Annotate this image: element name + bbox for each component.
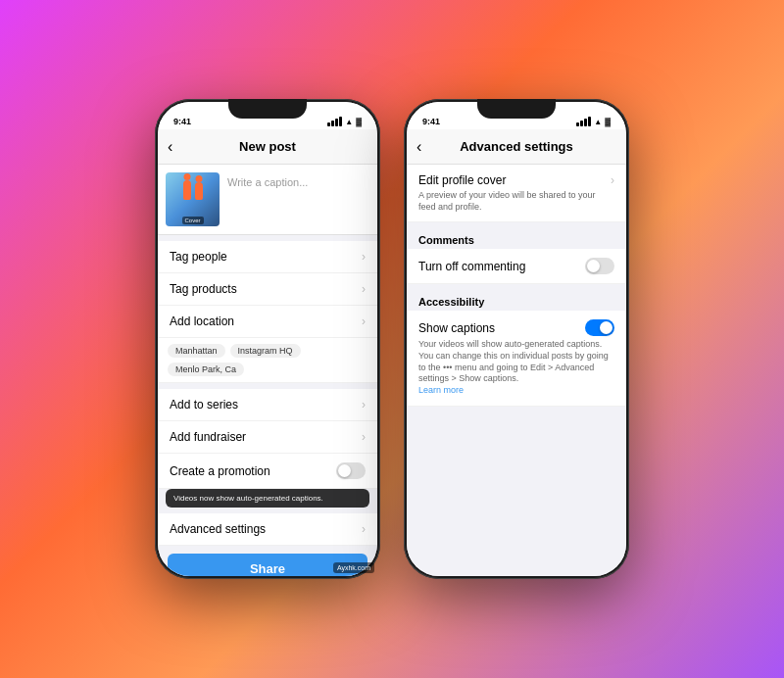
nav-title-right: Advanced settings: [460, 139, 573, 154]
turn-off-commenting-item[interactable]: Turn off commenting: [407, 249, 626, 284]
notch-right: [477, 99, 556, 119]
profile-cover-subtitle: A preview of your video will be shared t…: [418, 190, 614, 213]
edit-profile-cover-item[interactable]: Edit profile cover › A preview of your v…: [407, 165, 626, 222]
edit-profile-cover-label: Edit profile cover: [418, 173, 506, 187]
chevron-add-location: ›: [362, 315, 366, 328]
profile-cover-section: Edit profile cover › A preview of your v…: [407, 165, 626, 222]
show-captions-subtitle: Your videos will show auto-generated cap…: [418, 339, 614, 396]
chevron-profile-cover: ›: [611, 173, 614, 187]
captions-toggle[interactable]: [585, 319, 614, 336]
nav-bar-right: ‹ Advanced settings: [407, 129, 626, 165]
chevron-tag-products: ›: [362, 282, 366, 296]
accessibility-menu: Show captions Your videos will show auto…: [407, 311, 626, 406]
location-tag-3[interactable]: Menlo Park, Ca: [168, 363, 244, 376]
time-right: 9:41: [422, 117, 440, 126]
back-button-right[interactable]: ‹: [416, 138, 421, 156]
status-icons-right: ▲ ▓: [576, 117, 611, 126]
location-tag-1[interactable]: Manhattan: [168, 344, 225, 358]
nav-bar-left: ‹ New post: [158, 129, 377, 165]
caption-tooltip: Videos now show auto-generated captions.: [166, 489, 369, 508]
caption-area: Cover Write a caption...: [158, 165, 377, 235]
tag-people-label: Tag people: [170, 250, 227, 264]
tag-products-label: Tag products: [170, 282, 237, 296]
cover-label: Cover: [181, 217, 203, 224]
chevron-advanced-settings: ›: [362, 522, 366, 536]
commenting-toggle[interactable]: [585, 258, 614, 274]
create-promotion-label: Create a promotion: [170, 464, 270, 478]
wifi-icon: ▲: [345, 118, 353, 126]
menu-section-2: Add to series › Add fundraiser › Create …: [158, 389, 377, 489]
nav-title-left: New post: [239, 139, 296, 154]
tooltip-text: Videos now show auto-generated captions.: [173, 494, 323, 503]
advanced-settings-item[interactable]: Advanced settings ›: [158, 513, 377, 546]
signal-icon: [327, 117, 342, 126]
comments-menu: Turn off commenting: [407, 249, 626, 284]
learn-more-link[interactable]: Learn more: [418, 385, 464, 395]
signal-icon-right: [576, 117, 591, 126]
menu-section-1: Tag people › Tag products › Add location…: [158, 241, 377, 383]
watermark: Ayxhk.com: [333, 562, 374, 573]
add-location-label: Add location: [170, 315, 234, 328]
comments-section: Comments Turn off commenting: [407, 228, 626, 284]
promotion-toggle[interactable]: [336, 462, 366, 479]
tag-products-item[interactable]: Tag products ›: [158, 273, 377, 306]
add-fundraiser-label: Add fundraiser: [170, 430, 246, 444]
person-1: [183, 180, 191, 200]
phone-right: 9:41 ▲ ▓ ‹ Advanced settings: [404, 99, 629, 579]
accessibility-section: Accessibility Show captions Your videos …: [407, 290, 626, 406]
add-fundraiser-item[interactable]: Add fundraiser ›: [158, 421, 377, 454]
chevron-add-to-series: ›: [362, 398, 366, 412]
post-thumbnail: Cover: [166, 172, 220, 226]
show-captions-label: Show captions: [418, 321, 495, 335]
wifi-icon-right: ▲: [594, 118, 602, 126]
chevron-tag-people: ›: [362, 250, 366, 264]
add-location-item[interactable]: Add location ›: [158, 306, 377, 338]
status-icons-left: ▲ ▓: [327, 117, 362, 126]
battery-icon-right: ▓: [605, 118, 611, 126]
time-left: 9:41: [173, 117, 191, 126]
advanced-settings-label: Advanced settings: [170, 522, 266, 536]
add-to-series-label: Add to series: [170, 398, 238, 412]
turn-off-commenting-label: Turn off commenting: [418, 260, 525, 273]
caption-input[interactable]: Write a caption...: [227, 172, 369, 226]
create-promotion-item[interactable]: Create a promotion: [158, 454, 377, 489]
comments-header: Comments: [407, 228, 626, 249]
menu-section-3: Advanced settings ›: [158, 513, 377, 546]
battery-icon: ▓: [356, 118, 362, 126]
back-button-left[interactable]: ‹: [168, 138, 172, 156]
location-tag-2[interactable]: Instagram HQ: [230, 344, 301, 358]
phone-left: 9:41 ▲ ▓ ‹ New post: [155, 99, 380, 579]
tag-people-item[interactable]: Tag people ›: [158, 241, 377, 273]
new-post-screen: Cover Write a caption... Tag people › Ta…: [158, 165, 377, 576]
chevron-add-fundraiser: ›: [362, 430, 366, 444]
add-to-series-item[interactable]: Add to series ›: [158, 389, 377, 421]
notch-left: [228, 99, 307, 119]
show-captions-item[interactable]: Show captions Your videos will show auto…: [407, 311, 626, 406]
accessibility-header: Accessibility: [407, 290, 626, 311]
location-tags: Manhattan Instagram HQ Menlo Park, Ca: [158, 338, 377, 383]
advanced-settings-screen: Edit profile cover › A preview of your v…: [407, 165, 626, 576]
person-2: [195, 182, 203, 200]
